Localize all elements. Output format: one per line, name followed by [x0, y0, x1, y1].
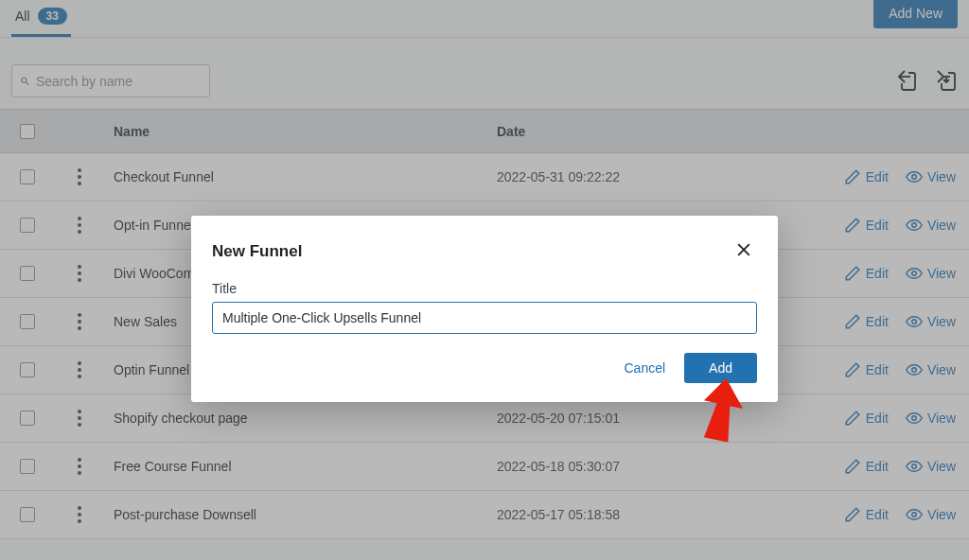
- close-button[interactable]: [731, 236, 757, 266]
- cancel-button[interactable]: Cancel: [624, 360, 665, 376]
- modal-title: New Funnel: [212, 242, 302, 261]
- title-field-label: Title: [212, 281, 757, 296]
- modal-overlay[interactable]: New Funnel Title Cancel Add: [0, 0, 969, 560]
- close-icon: [734, 240, 753, 259]
- add-button[interactable]: Add: [684, 353, 757, 383]
- title-field[interactable]: [212, 302, 757, 334]
- new-funnel-modal: New Funnel Title Cancel Add: [191, 216, 778, 402]
